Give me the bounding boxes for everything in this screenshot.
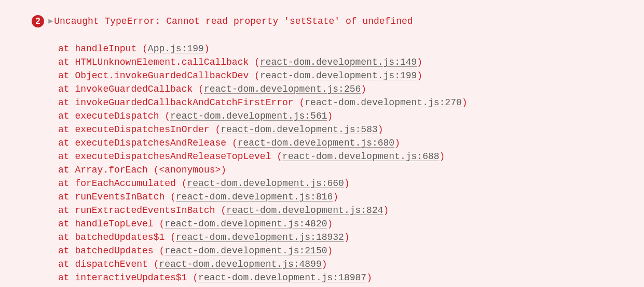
stack-location-link[interactable]: react-dom.development.js:660: [187, 178, 344, 189]
at-keyword: at: [58, 259, 75, 269]
stack-function: forEachAccumulated: [75, 178, 175, 189]
at-keyword: at: [58, 151, 75, 162]
stack-frame: at interactiveUpdates (react-dom.develop…: [2, 284, 642, 287]
stack-function: executeDispatchesInOrder: [75, 124, 209, 135]
open-paren: (: [193, 272, 198, 283]
at-keyword: at: [58, 192, 75, 202]
at-keyword: at: [58, 272, 75, 283]
stack-location-link[interactable]: react-dom.development.js:561: [170, 111, 327, 121]
at-keyword: at: [58, 97, 75, 108]
stack-location-link[interactable]: react-dom.development.js:583: [221, 124, 377, 135]
close-paren: ): [344, 178, 350, 189]
stack-frame: at invokeGuardedCallbackAndCatchFirstErr…: [2, 96, 642, 109]
close-paren: ): [327, 219, 333, 229]
stack-frame: at runExtractedEventsInBatch (react-dom.…: [2, 204, 642, 217]
at-keyword: at: [58, 219, 75, 229]
stack-frame: at executeDispatch (react-dom.developmen…: [2, 109, 642, 123]
disclosure-triangle-icon[interactable]: ▶: [48, 15, 53, 28]
error-message: Uncaught TypeError: Cannot read property…: [54, 16, 413, 26]
stack-location-link[interactable]: App.js:199: [148, 44, 204, 54]
close-paren: ): [417, 70, 422, 81]
stack-frame: at HTMLUnknownElement.callCallback (reac…: [2, 55, 642, 69]
open-paren: (: [232, 138, 238, 148]
at-keyword: at: [58, 178, 75, 189]
at-keyword: at: [58, 111, 75, 121]
stack-location-link[interactable]: react-dom.development.js:18932: [176, 232, 344, 242]
close-paren: ): [322, 259, 327, 269]
stack-location-link[interactable]: react-dom.development.js:680: [238, 138, 394, 148]
stack-function: handleTopLevel: [75, 219, 153, 229]
at-keyword: at: [58, 165, 75, 175]
stack-frame: at dispatchEvent (react-dom.development.…: [2, 257, 642, 271]
stack-function: invokeGuardedCallback: [75, 84, 193, 94]
at-keyword: at: [58, 70, 75, 81]
stack-location-link[interactable]: react-dom.development.js:2150: [165, 246, 327, 256]
close-paren: ): [333, 192, 338, 202]
at-keyword: at: [58, 246, 75, 256]
stack-location-link[interactable]: react-dom.development.js:816: [176, 192, 333, 202]
stack-function: runEventsInBatch: [75, 192, 165, 202]
open-paren: (: [142, 44, 148, 54]
stack-location-link[interactable]: react-dom.development.js:18987: [198, 272, 366, 283]
stack-function: batchedUpdates: [75, 246, 153, 256]
at-keyword: at: [58, 124, 75, 135]
close-paren: ): [204, 44, 210, 54]
close-paren: ): [366, 272, 372, 283]
at-keyword: at: [58, 44, 75, 54]
open-paren: (: [170, 192, 176, 202]
error-header-row[interactable]: 2▶Uncaught TypeError: Cannot read proper…: [2, 1, 642, 42]
stack-frame: at batchedUpdates (react-dom.development…: [2, 244, 642, 257]
close-paren: ): [440, 151, 445, 162]
stack-function: runExtractedEventsInBatch: [75, 205, 215, 216]
stack-function: handleInput: [75, 44, 136, 54]
open-paren: (: [198, 84, 204, 94]
stack-frame: at Object.invokeGuardedCallbackDev (reac…: [2, 69, 642, 82]
stack-location-link[interactable]: react-dom.development.js:199: [260, 70, 417, 81]
close-paren: ): [221, 165, 226, 175]
stack-location-link[interactable]: react-dom.development.js:149: [260, 57, 417, 67]
error-count-badge[interactable]: 2: [32, 15, 44, 27]
close-paren: ): [344, 232, 350, 242]
at-keyword: at: [58, 205, 75, 216]
open-paren: (: [215, 124, 221, 135]
open-paren: (: [299, 97, 305, 108]
open-paren: (: [159, 219, 165, 229]
stack-function: interactiveUpdates$1: [75, 272, 187, 283]
stack-function: HTMLUnknownElement.callCallback: [75, 57, 249, 67]
stack-location-link[interactable]: react-dom.development.js:4899: [159, 259, 321, 269]
stack-function: batchedUpdates$1: [75, 232, 165, 242]
open-paren: (: [182, 178, 187, 189]
stack-function: executeDispatch: [75, 111, 159, 121]
open-paren: (: [277, 151, 282, 162]
stack-trace: at handleInput (App.js:199)at HTMLUnknow…: [2, 42, 642, 287]
close-paren: ): [327, 111, 333, 121]
open-paren: (: [154, 259, 159, 269]
stack-location-link[interactable]: react-dom.development.js:270: [305, 97, 461, 108]
console-error-log: 2▶Uncaught TypeError: Cannot read proper…: [0, 0, 644, 287]
stack-location-link[interactable]: react-dom.development.js:256: [204, 84, 361, 94]
close-paren: ): [394, 138, 400, 148]
close-paren: ): [462, 97, 468, 108]
stack-frame: at interactiveUpdates$1 (react-dom.devel…: [2, 271, 642, 284]
at-keyword: at: [58, 138, 75, 148]
stack-frame: at executeDispatchesAndRelease (react-do…: [2, 136, 642, 150]
open-paren: (: [221, 205, 226, 216]
stack-frame: at executeDispatchesInOrder (react-dom.d…: [2, 123, 642, 136]
stack-location-link[interactable]: react-dom.development.js:824: [226, 205, 383, 216]
stack-frame: at Array.forEach (<anonymous>): [2, 163, 642, 177]
open-paren: (: [254, 70, 260, 81]
stack-location-link[interactable]: react-dom.development.js:688: [282, 151, 439, 162]
close-paren: ): [361, 84, 366, 94]
open-paren: (: [154, 165, 159, 175]
stack-frame: at forEachAccumulated (react-dom.develop…: [2, 177, 642, 190]
stack-function: Object.invokeGuardedCallbackDev: [75, 70, 249, 81]
error-count-value: 2: [36, 15, 40, 28]
at-keyword: at: [58, 84, 75, 94]
close-paren: ): [383, 205, 389, 216]
stack-location-link[interactable]: react-dom.development.js:4820: [165, 219, 327, 229]
stack-frame: at handleTopLevel (react-dom.development…: [2, 217, 642, 231]
at-keyword: at: [58, 232, 75, 242]
stack-frame: at executeDispatchesAndReleaseTopLevel (…: [2, 150, 642, 163]
stack-function: Array.forEach: [75, 165, 147, 175]
open-paren: (: [159, 246, 165, 256]
